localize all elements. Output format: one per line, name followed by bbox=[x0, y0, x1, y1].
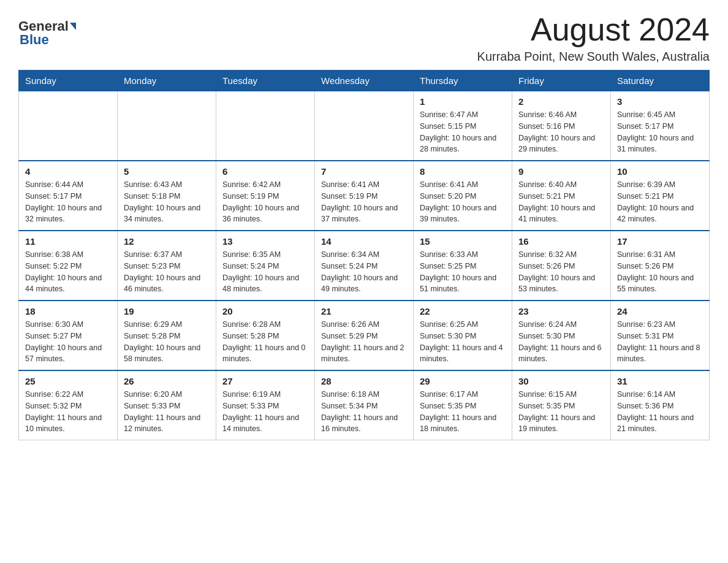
col-wednesday: Wednesday bbox=[315, 71, 414, 91]
col-monday: Monday bbox=[118, 71, 216, 91]
day-info: Sunrise: 6:44 AM Sunset: 5:17 PM Dayligh… bbox=[25, 179, 111, 225]
calendar-cell bbox=[19, 91, 118, 161]
day-info: Sunrise: 6:26 AM Sunset: 5:29 PM Dayligh… bbox=[321, 319, 407, 365]
day-info: Sunrise: 6:39 AM Sunset: 5:21 PM Dayligh… bbox=[617, 179, 703, 225]
calendar-week-row: 4Sunrise: 6:44 AM Sunset: 5:17 PM Daylig… bbox=[19, 161, 710, 231]
day-info: Sunrise: 6:38 AM Sunset: 5:22 PM Dayligh… bbox=[25, 249, 111, 295]
day-info: Sunrise: 6:30 AM Sunset: 5:27 PM Dayligh… bbox=[25, 319, 111, 365]
location-title: Kurraba Point, New South Wales, Australi… bbox=[477, 50, 710, 64]
day-number: 28 bbox=[321, 376, 407, 386]
day-number: 16 bbox=[518, 236, 604, 247]
calendar-cell: 31Sunrise: 6:14 AM Sunset: 5:36 PM Dayli… bbox=[611, 370, 710, 440]
calendar-cell: 21Sunrise: 6:26 AM Sunset: 5:29 PM Dayli… bbox=[315, 301, 414, 370]
calendar-cell: 25Sunrise: 6:22 AM Sunset: 5:32 PM Dayli… bbox=[19, 370, 118, 440]
calendar-cell: 12Sunrise: 6:37 AM Sunset: 5:23 PM Dayli… bbox=[118, 231, 216, 301]
day-info: Sunrise: 6:34 AM Sunset: 5:24 PM Dayligh… bbox=[321, 249, 407, 295]
calendar-cell: 4Sunrise: 6:44 AM Sunset: 5:17 PM Daylig… bbox=[19, 161, 118, 231]
calendar-cell: 27Sunrise: 6:19 AM Sunset: 5:33 PM Dayli… bbox=[216, 370, 315, 440]
col-saturday: Saturday bbox=[611, 71, 710, 91]
day-number: 26 bbox=[124, 376, 210, 386]
day-info: Sunrise: 6:41 AM Sunset: 5:20 PM Dayligh… bbox=[420, 179, 506, 225]
day-info: Sunrise: 6:47 AM Sunset: 5:15 PM Dayligh… bbox=[420, 109, 506, 155]
logo: General Blue bbox=[18, 18, 77, 48]
day-number: 3 bbox=[617, 96, 703, 107]
col-friday: Friday bbox=[512, 71, 611, 91]
day-number: 29 bbox=[420, 376, 506, 386]
day-info: Sunrise: 6:31 AM Sunset: 5:26 PM Dayligh… bbox=[617, 249, 703, 295]
day-info: Sunrise: 6:22 AM Sunset: 5:32 PM Dayligh… bbox=[25, 389, 111, 435]
day-number: 20 bbox=[222, 306, 308, 316]
day-info: Sunrise: 6:35 AM Sunset: 5:24 PM Dayligh… bbox=[222, 249, 308, 295]
day-number: 7 bbox=[321, 166, 407, 177]
day-number: 2 bbox=[518, 96, 604, 107]
calendar-cell: 5Sunrise: 6:43 AM Sunset: 5:18 PM Daylig… bbox=[118, 161, 216, 231]
calendar-cell: 3Sunrise: 6:45 AM Sunset: 5:17 PM Daylig… bbox=[611, 91, 710, 161]
day-info: Sunrise: 6:37 AM Sunset: 5:23 PM Dayligh… bbox=[124, 249, 210, 295]
day-info: Sunrise: 6:18 AM Sunset: 5:34 PM Dayligh… bbox=[321, 389, 407, 435]
calendar-cell: 14Sunrise: 6:34 AM Sunset: 5:24 PM Dayli… bbox=[315, 231, 414, 301]
day-info: Sunrise: 6:40 AM Sunset: 5:21 PM Dayligh… bbox=[518, 179, 604, 225]
day-number: 5 bbox=[124, 166, 210, 177]
day-number: 11 bbox=[25, 236, 111, 247]
col-thursday: Thursday bbox=[414, 71, 512, 91]
calendar-header: Sunday Monday Tuesday Wednesday Thursday… bbox=[19, 71, 710, 91]
calendar-cell: 17Sunrise: 6:31 AM Sunset: 5:26 PM Dayli… bbox=[611, 231, 710, 301]
day-info: Sunrise: 6:46 AM Sunset: 5:16 PM Dayligh… bbox=[518, 109, 604, 155]
calendar-cell: 10Sunrise: 6:39 AM Sunset: 5:21 PM Dayli… bbox=[611, 161, 710, 231]
day-number: 13 bbox=[222, 236, 308, 247]
day-info: Sunrise: 6:32 AM Sunset: 5:26 PM Dayligh… bbox=[518, 249, 604, 295]
day-number: 21 bbox=[321, 306, 407, 316]
day-number: 19 bbox=[124, 306, 210, 316]
calendar-body: 1Sunrise: 6:47 AM Sunset: 5:15 PM Daylig… bbox=[19, 91, 710, 440]
day-number: 27 bbox=[222, 376, 308, 386]
calendar-cell: 23Sunrise: 6:24 AM Sunset: 5:30 PM Dayli… bbox=[512, 301, 611, 370]
calendar-cell bbox=[216, 91, 315, 161]
day-number: 4 bbox=[25, 166, 111, 177]
calendar-cell: 30Sunrise: 6:15 AM Sunset: 5:35 PM Dayli… bbox=[512, 370, 611, 440]
day-number: 18 bbox=[25, 306, 111, 316]
calendar-cell: 6Sunrise: 6:42 AM Sunset: 5:19 PM Daylig… bbox=[216, 161, 315, 231]
calendar-week-row: 18Sunrise: 6:30 AM Sunset: 5:27 PM Dayli… bbox=[19, 301, 710, 370]
day-number: 12 bbox=[124, 236, 210, 247]
day-info: Sunrise: 6:14 AM Sunset: 5:36 PM Dayligh… bbox=[617, 389, 703, 435]
page-header: General Blue August 2024 Kurraba Point, … bbox=[18, 12, 710, 64]
calendar-cell: 18Sunrise: 6:30 AM Sunset: 5:27 PM Dayli… bbox=[19, 301, 118, 370]
calendar-cell: 11Sunrise: 6:38 AM Sunset: 5:22 PM Dayli… bbox=[19, 231, 118, 301]
calendar-cell: 29Sunrise: 6:17 AM Sunset: 5:35 PM Dayli… bbox=[414, 370, 512, 440]
day-number: 10 bbox=[617, 166, 703, 177]
day-number: 30 bbox=[518, 376, 604, 386]
day-info: Sunrise: 6:20 AM Sunset: 5:33 PM Dayligh… bbox=[124, 389, 210, 435]
day-info: Sunrise: 6:19 AM Sunset: 5:33 PM Dayligh… bbox=[222, 389, 308, 435]
day-number: 14 bbox=[321, 236, 407, 247]
calendar-cell: 9Sunrise: 6:40 AM Sunset: 5:21 PM Daylig… bbox=[512, 161, 611, 231]
day-number: 9 bbox=[518, 166, 604, 177]
calendar-cell: 15Sunrise: 6:33 AM Sunset: 5:25 PM Dayli… bbox=[414, 231, 512, 301]
day-number: 31 bbox=[617, 376, 703, 386]
logo-blue-text: Blue bbox=[20, 32, 49, 48]
calendar-cell: 28Sunrise: 6:18 AM Sunset: 5:34 PM Dayli… bbox=[315, 370, 414, 440]
calendar-cell: 22Sunrise: 6:25 AM Sunset: 5:30 PM Dayli… bbox=[414, 301, 512, 370]
calendar-cell: 7Sunrise: 6:41 AM Sunset: 5:19 PM Daylig… bbox=[315, 161, 414, 231]
day-info: Sunrise: 6:17 AM Sunset: 5:35 PM Dayligh… bbox=[420, 389, 506, 435]
day-info: Sunrise: 6:28 AM Sunset: 5:28 PM Dayligh… bbox=[222, 319, 308, 365]
calendar-cell bbox=[118, 91, 216, 161]
day-info: Sunrise: 6:45 AM Sunset: 5:17 PM Dayligh… bbox=[617, 109, 703, 155]
calendar-cell: 16Sunrise: 6:32 AM Sunset: 5:26 PM Dayli… bbox=[512, 231, 611, 301]
logo-arrow-icon bbox=[70, 23, 76, 30]
col-sunday: Sunday bbox=[19, 71, 118, 91]
day-info: Sunrise: 6:24 AM Sunset: 5:30 PM Dayligh… bbox=[518, 319, 604, 365]
day-info: Sunrise: 6:43 AM Sunset: 5:18 PM Dayligh… bbox=[124, 179, 210, 225]
col-tuesday: Tuesday bbox=[216, 71, 315, 91]
calendar-cell: 8Sunrise: 6:41 AM Sunset: 5:20 PM Daylig… bbox=[414, 161, 512, 231]
day-number: 8 bbox=[420, 166, 506, 177]
day-number: 24 bbox=[617, 306, 703, 316]
calendar-cell: 1Sunrise: 6:47 AM Sunset: 5:15 PM Daylig… bbox=[414, 91, 512, 161]
day-info: Sunrise: 6:42 AM Sunset: 5:19 PM Dayligh… bbox=[222, 179, 308, 225]
day-number: 1 bbox=[420, 96, 506, 107]
calendar-cell: 20Sunrise: 6:28 AM Sunset: 5:28 PM Dayli… bbox=[216, 301, 315, 370]
month-title: August 2024 bbox=[477, 12, 710, 47]
day-info: Sunrise: 6:23 AM Sunset: 5:31 PM Dayligh… bbox=[617, 319, 703, 365]
title-section: August 2024 Kurraba Point, New South Wal… bbox=[477, 12, 710, 64]
calendar-cell: 26Sunrise: 6:20 AM Sunset: 5:33 PM Dayli… bbox=[118, 370, 216, 440]
day-info: Sunrise: 6:41 AM Sunset: 5:19 PM Dayligh… bbox=[321, 179, 407, 225]
